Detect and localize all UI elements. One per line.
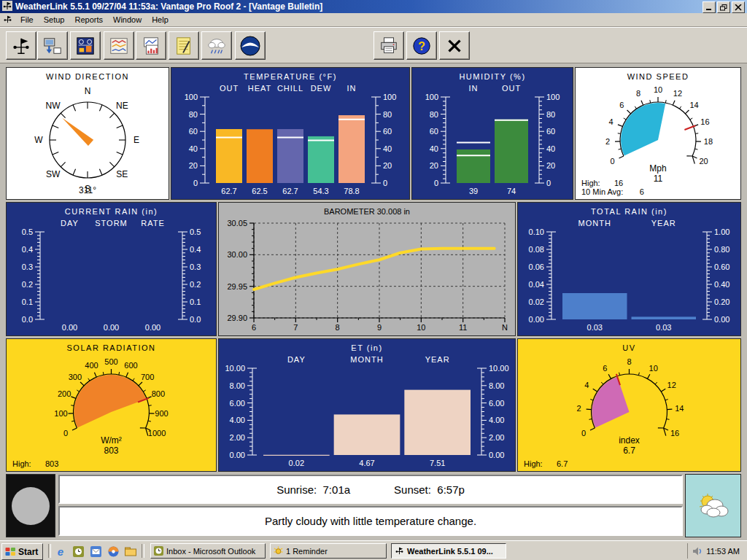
wind-speed-panel: WIND SPEED02468101214161820Mph11High:161… bbox=[575, 67, 741, 200]
svg-text:18: 18 bbox=[704, 137, 713, 146]
svg-text:40: 40 bbox=[189, 144, 198, 153]
svg-text:10 Min Avg:: 10 Min Avg: bbox=[581, 187, 623, 196]
svg-text:SOLAR RADIATION: SOLAR RADIATION bbox=[67, 343, 156, 352]
svg-text:SW: SW bbox=[46, 169, 61, 179]
svg-text:0.00: 0.00 bbox=[529, 315, 544, 324]
svg-text:OUT: OUT bbox=[220, 84, 239, 93]
sunrise-time: 7:01a bbox=[323, 483, 351, 496]
taskbar-clock: 11:53 AM bbox=[706, 547, 740, 556]
svg-text:16: 16 bbox=[614, 179, 623, 187]
svg-text:20: 20 bbox=[546, 161, 555, 170]
bulletin-button[interactable] bbox=[70, 31, 101, 60]
menu-help[interactable]: Help bbox=[147, 14, 174, 26]
noaa-button[interactable] bbox=[235, 31, 266, 60]
outlook-express-quicklaunch-icon[interactable] bbox=[89, 545, 102, 558]
svg-text:6: 6 bbox=[252, 323, 256, 332]
menu-setup[interactable]: Setup bbox=[39, 14, 70, 26]
svg-text:W: W bbox=[34, 135, 43, 145]
forecast-text: Partly cloudy with little temperature ch… bbox=[265, 515, 476, 527]
partly-cloudy-icon bbox=[696, 491, 731, 521]
svg-text:6: 6 bbox=[603, 364, 607, 373]
svg-text:311°: 311° bbox=[79, 185, 96, 195]
restore-button[interactable] bbox=[717, 1, 730, 13]
menu-reports[interactable]: Reports bbox=[69, 14, 108, 26]
svg-text:803: 803 bbox=[45, 459, 58, 468]
menu-file[interactable]: File bbox=[15, 14, 39, 26]
forecast-icon-panel bbox=[685, 474, 741, 537]
print-button[interactable] bbox=[374, 31, 404, 60]
strip-chart-icon bbox=[109, 36, 129, 56]
svg-text:6.00: 6.00 bbox=[230, 399, 245, 408]
svg-text:0.60: 0.60 bbox=[714, 262, 729, 271]
minimize-button[interactable] bbox=[703, 1, 716, 13]
outlook-quicklaunch-icon[interactable] bbox=[71, 545, 85, 558]
current-rain-panel: CURRENT RAIN (in)0.00.10.20.30.40.50.00.… bbox=[6, 202, 217, 336]
svg-text:12: 12 bbox=[667, 381, 676, 389]
svg-text:?: ? bbox=[418, 39, 425, 52]
svg-text:0.1: 0.1 bbox=[22, 298, 33, 306]
svg-text:High:: High: bbox=[581, 179, 600, 187]
svg-text:8.00: 8.00 bbox=[230, 381, 245, 390]
svg-text:0.0: 0.0 bbox=[190, 315, 201, 324]
svg-text:20: 20 bbox=[189, 161, 198, 170]
svg-text:800: 800 bbox=[152, 389, 165, 398]
station-button[interactable] bbox=[6, 31, 36, 60]
svg-text:0: 0 bbox=[546, 179, 551, 187]
svg-text:60: 60 bbox=[430, 127, 438, 136]
svg-text:0.3: 0.3 bbox=[190, 262, 201, 271]
svg-text:0.10: 0.10 bbox=[529, 228, 544, 236]
svg-text:700: 700 bbox=[141, 373, 154, 381]
svg-text:900: 900 bbox=[155, 409, 168, 418]
svg-text:10: 10 bbox=[649, 364, 658, 373]
task-button-reminder[interactable]: 1 Reminder bbox=[270, 543, 387, 559]
svg-text:HEAT: HEAT bbox=[248, 84, 272, 93]
summary-button[interactable] bbox=[136, 31, 166, 60]
svg-text:HUMIDITY (%): HUMIDITY (%) bbox=[459, 72, 525, 81]
download-button[interactable] bbox=[37, 31, 68, 60]
svg-text:10.00: 10.00 bbox=[225, 364, 245, 373]
task-button-weatherlink[interactable]: WeatherLink 5.5.1 09... bbox=[391, 543, 506, 559]
close-button[interactable] bbox=[732, 1, 745, 13]
taskbar: Start e Inbox - Microsoft Outlook 1 Remi… bbox=[0, 540, 747, 560]
svg-text:12: 12 bbox=[673, 89, 682, 98]
svg-text:100: 100 bbox=[546, 93, 560, 101]
forecast-bar: Partly cloudy with little temperature ch… bbox=[58, 506, 683, 536]
svg-text:40: 40 bbox=[430, 144, 438, 153]
svg-text:6.7: 6.7 bbox=[557, 459, 568, 468]
humidity-panel: HUMIDITY (%)020406080100020406080100INOU… bbox=[411, 67, 573, 200]
svg-text:8.00: 8.00 bbox=[489, 381, 504, 390]
svg-text:20: 20 bbox=[383, 161, 392, 170]
svg-text:TOTAL RAIN (in): TOTAL RAIN (in) bbox=[591, 207, 667, 216]
svg-text:62.5: 62.5 bbox=[252, 187, 267, 195]
svg-text:100: 100 bbox=[54, 409, 67, 418]
volume-icon[interactable] bbox=[692, 546, 703, 556]
weatherlink-window: WeatherLink 5.5.1 09/27/04 11:53a: Vanta… bbox=[0, 0, 747, 560]
svg-text:0.3: 0.3 bbox=[22, 262, 33, 271]
ie-quicklaunch-icon[interactable]: e bbox=[54, 545, 67, 558]
wind-direction-panel: WIND DIRECTIONNNEESESSWWNW311° bbox=[6, 67, 169, 200]
media-player-quicklaunch-icon[interactable] bbox=[107, 545, 120, 558]
svg-text:0.03: 0.03 bbox=[656, 323, 671, 332]
svg-text:8: 8 bbox=[336, 323, 340, 332]
svg-text:4: 4 bbox=[609, 117, 614, 126]
svg-text:29.95: 29.95 bbox=[227, 282, 247, 291]
close-bulletin-button[interactable] bbox=[439, 31, 470, 60]
rain-button[interactable] bbox=[201, 31, 232, 60]
notes-icon bbox=[174, 36, 194, 56]
svg-text:DEW: DEW bbox=[311, 84, 332, 93]
svg-text:803: 803 bbox=[104, 446, 118, 456]
moon-phase-icon bbox=[10, 486, 51, 526]
task-button-outlook[interactable]: Inbox - Microsoft Outlook bbox=[150, 543, 266, 559]
notes-button[interactable] bbox=[169, 31, 199, 60]
start-button[interactable]: Start bbox=[1, 543, 43, 560]
weatherlink-icon bbox=[395, 546, 404, 556]
folder-quicklaunch-icon[interactable] bbox=[124, 545, 137, 558]
svg-text:10: 10 bbox=[417, 323, 425, 332]
help-button[interactable]: ? bbox=[406, 31, 437, 60]
svg-text:9: 9 bbox=[377, 323, 382, 332]
strip-chart-button[interactable] bbox=[104, 31, 134, 60]
close-icon bbox=[444, 36, 465, 56]
svg-text:CURRENT RAIN (in): CURRENT RAIN (in) bbox=[65, 207, 158, 216]
svg-text:N: N bbox=[502, 323, 508, 332]
menu-window[interactable]: Window bbox=[108, 14, 147, 26]
